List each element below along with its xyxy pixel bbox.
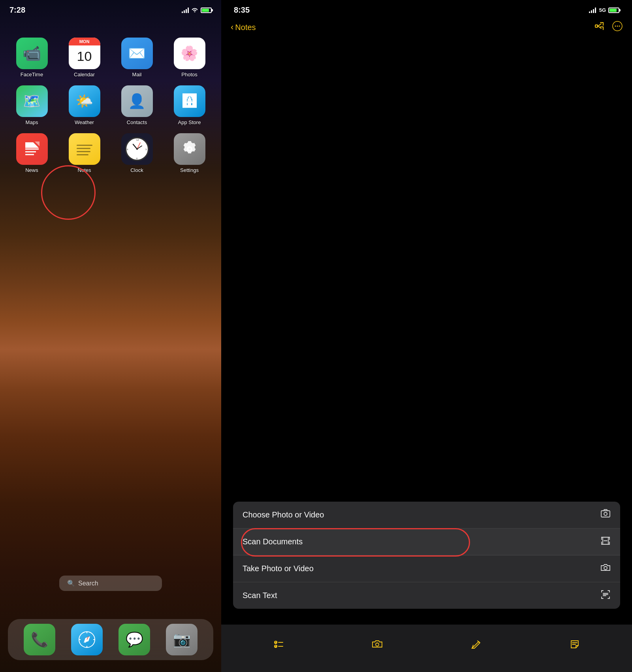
calendar-date: 10 [77,49,92,64]
news-icon [16,133,48,165]
contacts-icon: 👤 [121,85,153,117]
share-button[interactable] [595,21,604,33]
calendar-icon: MON 10 [69,38,100,69]
menu-item-take-photo[interactable]: Take Photo or Video [233,555,620,582]
dock: 📞 💬 📷 [8,619,213,660]
svg-point-11 [615,26,616,27]
settings-icon [174,133,205,165]
svg-point-13 [619,26,620,27]
clock-face: 12 3 6 9 [125,137,149,161]
mail-label: Mail [132,72,142,77]
signal-icon [182,8,189,13]
news-label: News [25,167,38,173]
calendar-label: Calendar [74,72,95,77]
camera-dock-icon: 📷 [166,624,198,655]
context-menu: Choose Photo or Video Scan Documents [233,502,620,609]
contacts-label: Contacts [127,119,147,125]
more-button[interactable] [612,21,623,34]
messages-icon: 💬 [118,624,150,655]
svg-text:6: 6 [136,157,138,160]
photos-icon: 🌸 [174,38,205,69]
phone-icon: 📞 [24,624,55,655]
settings-label: Settings [180,167,199,173]
safari-icon [71,624,103,655]
right-panel: 8:35 5G ‹ Notes [221,0,632,672]
menu-item-scan-docs[interactable]: Scan Documents [233,529,620,555]
calendar-day: MON [69,38,100,45]
notes-toolbar [221,625,632,672]
menu-item-choose-photo[interactable]: Choose Photo or Video [233,502,620,529]
back-button[interactable]: ‹ Notes [231,22,256,32]
scan-text-menu-icon [600,589,611,602]
weather-icon: 🌤️ [69,85,100,117]
camera-menu-icon [600,563,611,575]
scan-docs-menu-icon [600,536,611,548]
battery-icon [201,8,212,13]
dock-messages[interactable]: 💬 [118,624,150,655]
right-status-icons: 5G [589,7,619,13]
svg-point-7 [136,148,138,150]
notes-action-buttons [595,21,623,34]
svg-point-15 [604,512,607,515]
appstore-icon: 🅰 [174,85,205,117]
svg-rect-14 [601,511,610,517]
maps-label: Maps [26,119,38,125]
toolbar-compose-button[interactable] [565,634,585,654]
svg-point-18 [604,566,607,570]
photos-label: Photos [181,72,197,77]
app-grid: 📹 FaceTime MON 10 Calendar ✉️ Mail 🌸 Pho… [0,30,221,181]
svg-point-12 [617,26,618,27]
right-battery-icon [608,8,619,13]
menu-item-scan-text[interactable]: Scan Text [233,582,620,609]
photo-menu-icon [600,509,611,521]
app-maps[interactable]: 🗺️ Maps [9,85,54,125]
svg-text:3: 3 [145,148,147,151]
notes-icon [69,133,100,165]
maps-icon: 🗺️ [16,85,48,117]
app-appstore[interactable]: 🅰 App Store [167,85,212,125]
left-status-icons [182,7,212,13]
right-signal-icon [589,8,596,13]
left-status-bar: 7:28 [0,0,221,18]
app-mail[interactable]: ✉️ Mail [115,38,159,77]
svg-text:12: 12 [136,139,139,141]
search-icon: 🔍 [67,580,75,587]
clock-label: Clock [130,167,143,173]
right-status-bar: 8:35 5G [221,0,632,18]
search-wrapper[interactable]: 🔍 Search [59,576,162,591]
back-chevron-icon: ‹ [231,22,233,32]
appstore-label: App Store [178,119,201,125]
facetime-icon: 📹 [16,38,48,69]
weather-label: Weather [75,119,94,125]
mail-icon: ✉️ [121,38,153,69]
svg-text:9: 9 [127,148,128,151]
svg-rect-16 [604,510,607,511]
scan-docs-label: Scan Documents [243,537,303,546]
left-time: 7:28 [9,6,25,15]
toolbar-camera-button[interactable] [367,634,387,654]
dock-phone[interactable]: 📞 [24,624,55,655]
facetime-label: FaceTime [21,72,43,77]
network-type: 5G [599,7,606,13]
left-panel: 7:28 📹 FaceTime MON [0,0,221,672]
notes-navbar: ‹ Notes [221,18,632,38]
app-facetime[interactable]: 📹 FaceTime [9,38,54,77]
clock-icon: 12 3 6 9 [121,133,153,165]
take-photo-label: Take Photo or Video [243,564,314,573]
app-photos[interactable]: 🌸 Photos [167,38,212,77]
toolbar-checklist-button[interactable] [269,634,288,654]
app-contacts[interactable]: 👤 Contacts [115,85,159,125]
svg-point-21 [376,643,379,646]
app-calendar[interactable]: MON 10 Calendar [62,38,107,77]
svg-line-4 [133,144,137,149]
toolbar-draw-button[interactable] [466,634,486,654]
dock-safari[interactable] [71,624,103,655]
app-news[interactable]: News [9,133,54,173]
dock-camera[interactable]: 📷 [166,624,198,655]
app-weather[interactable]: 🌤️ Weather [62,85,107,125]
search-bar-container: 🔍 Search [0,568,221,599]
app-clock[interactable]: 12 3 6 9 Clock [115,133,159,173]
back-label: Notes [235,23,256,32]
app-notes[interactable]: Notes [62,133,107,173]
app-settings[interactable]: Settings [167,133,212,173]
